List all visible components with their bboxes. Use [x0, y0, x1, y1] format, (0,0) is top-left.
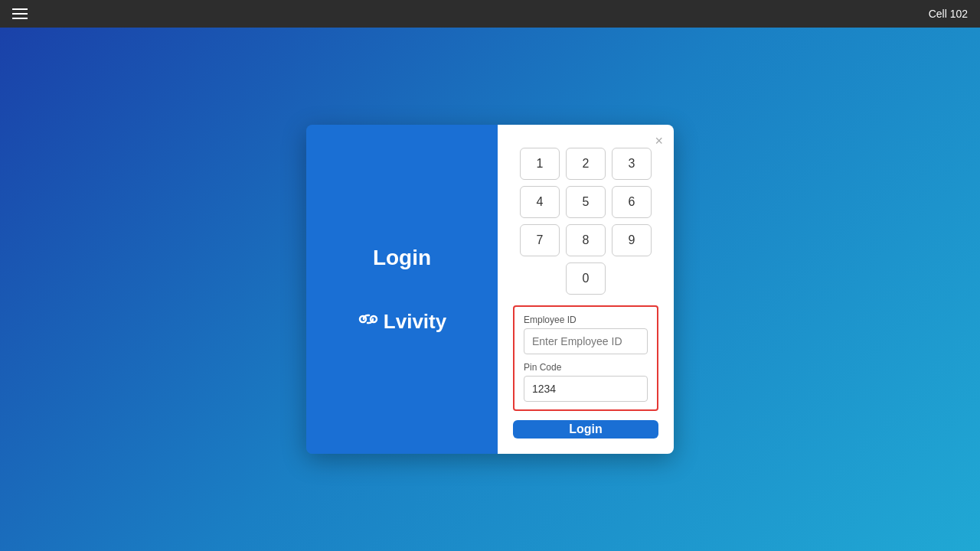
numpad: 1 2 3 4 5 6 7 8 9 0	[520, 148, 652, 295]
numpad-key-7[interactable]: 7	[520, 224, 560, 256]
login-title: Login	[373, 246, 431, 270]
login-right-panel: × 1 2 3 4 5 6 7 8 9 0 Employee ID Pin Co…	[498, 125, 674, 454]
brand-name: Lvivity	[384, 310, 446, 334]
pin-code-input[interactable]	[524, 376, 648, 402]
numpad-key-4[interactable]: 4	[520, 186, 560, 218]
brand-logo: Lvivity	[358, 310, 446, 334]
login-button[interactable]: Login	[513, 420, 658, 439]
cell-label: Cell 102	[929, 8, 968, 20]
topbar: Cell 102	[0, 0, 980, 28]
login-left-panel: Login Lvivity	[306, 125, 498, 454]
numpad-key-2[interactable]: 2	[566, 148, 606, 180]
login-modal: Login Lvivity × 1	[306, 125, 674, 454]
login-form: Employee ID Pin Code	[513, 305, 658, 411]
numpad-key-5[interactable]: 5	[566, 186, 606, 218]
numpad-key-1[interactable]: 1	[520, 148, 560, 180]
menu-button[interactable]	[12, 8, 28, 19]
numpad-key-6[interactable]: 6	[612, 186, 652, 218]
main-content: Login Lvivity × 1	[0, 28, 980, 551]
numpad-key-3[interactable]: 3	[612, 148, 652, 180]
numpad-key-0[interactable]: 0	[566, 262, 606, 295]
brand-icon	[358, 311, 379, 332]
employee-id-input[interactable]	[524, 328, 648, 354]
pin-code-label: Pin Code	[524, 362, 648, 373]
numpad-key-9[interactable]: 9	[612, 224, 652, 256]
employee-id-label: Employee ID	[524, 315, 648, 325]
close-button[interactable]: ×	[655, 134, 663, 148]
numpad-key-8[interactable]: 8	[566, 224, 606, 256]
